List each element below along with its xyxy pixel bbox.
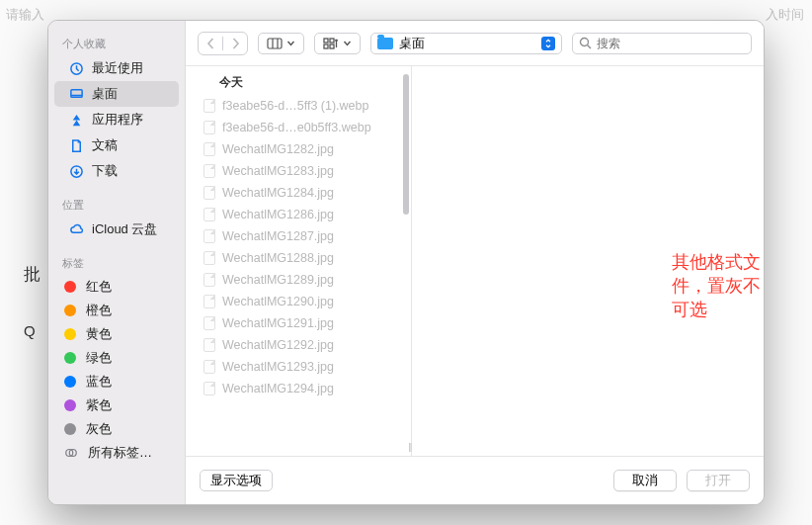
sidebar: 个人收藏 最近使用 桌面 应用程序 文稿 下载 位置 iCloud 云盘 标签 … [48,21,185,504]
path-popup[interactable]: 桌面 [370,33,562,54]
bg-input-placeholder: 请输入 [6,6,44,24]
sidebar-item-documents[interactable]: 文稿 [54,132,179,158]
annotation-text: 其他格式文件，置灰不可选 [672,250,764,321]
file-name: WechatlMG1288.jpg [222,251,334,265]
bg-time-label: 入时间 [766,6,804,24]
file-row: WechatlMG1294.jpg [186,378,403,399]
sidebar-tag-0[interactable]: 红色 [48,275,185,299]
file-name: f3eabe56-d…5ff3 (1).webp [222,99,368,113]
file-name: WechatlMG1286.jpg [222,208,334,221]
tag-dot-icon [64,281,76,293]
file-name: WechatlMG1282.jpg [222,142,334,156]
nav-back-forward [198,32,248,55]
sidebar-tag-1[interactable]: 橙色 [48,299,185,322]
forward-button[interactable] [223,33,247,54]
file-name: WechatlMG1290.jpg [222,295,334,308]
search-icon [579,37,592,49]
sidebar-item-label: 应用程序 [92,111,143,129]
scrollbar[interactable] [403,74,409,215]
open-file-dialog: 个人收藏 最近使用 桌面 应用程序 文稿 下载 位置 iCloud 云盘 标签 … [47,20,765,505]
tag-dot-icon [64,399,76,411]
svg-rect-7 [330,39,334,43]
sidebar-item-label: iCloud 云盘 [92,220,157,238]
file-icon [203,142,215,156]
apps-icon [68,112,84,128]
tag-label: 橙色 [86,302,112,319]
open-button[interactable]: 打开 [687,470,750,491]
tags-icon [64,446,78,460]
file-name: WechatlMG1283.jpg [222,164,334,178]
sidebar-item-desktop[interactable]: 桌面 [54,81,179,107]
sidebar-item-recents[interactable]: 最近使用 [54,55,179,81]
chevron-updown-icon [541,37,555,50]
sidebar-tag-5[interactable]: 紫色 [48,394,185,417]
file-name: WechatlMG1284.jpg [222,186,334,200]
sidebar-item-label: 文稿 [92,136,118,154]
sidebar-tag-4[interactable]: 蓝色 [48,370,185,394]
tag-label: 黄色 [86,325,112,343]
clock-icon [68,60,84,76]
download-icon [68,163,84,179]
file-icon [203,186,215,200]
file-row: f3eabe56-d…5ff3 (1).webp [186,95,403,117]
path-label: 桌面 [399,35,535,52]
favorites-label: 个人收藏 [48,31,185,55]
svg-rect-6 [324,39,328,43]
file-icon [203,382,215,395]
file-icon [203,273,215,287]
tag-dot-icon [64,423,76,435]
sidebar-item-label: 桌面 [92,85,118,103]
search-field[interactable] [572,33,752,54]
desktop-icon [68,86,84,102]
file-row: WechatlMG1284.jpg [186,182,403,204]
sidebar-tag-2[interactable]: 黄色 [48,322,185,346]
cancel-button[interactable]: 取消 [613,470,677,491]
file-row: f3eabe56-d…e0b5ff3.webp [186,117,403,138]
file-icon [203,229,215,243]
options-button[interactable]: 显示选项 [200,470,273,491]
sidebar-item-label: 最近使用 [92,59,143,77]
bg-q-char: Q [24,322,36,339]
svg-rect-8 [324,44,328,48]
sidebar-tag-3[interactable]: 绿色 [48,346,185,370]
file-name: WechatlMG1289.jpg [222,273,334,287]
file-icon [203,99,215,113]
search-input[interactable] [597,37,745,50]
cloud-icon [68,221,84,237]
svg-rect-5 [268,39,282,48]
sidebar-item-applications[interactable]: 应用程序 [54,107,179,132]
dialog-footer: 显示选项 取消 打开 [186,457,764,504]
file-column: 今天 f3eabe56-d…5ff3 (1).webpf3eabe56-d…e0… [186,66,411,456]
view-mode-button[interactable] [258,33,304,54]
sidebar-item-icloud[interactable]: iCloud 云盘 [54,217,179,242]
folder-icon [377,38,393,49]
sidebar-item-downloads[interactable]: 下载 [54,158,179,184]
file-icon [203,121,215,134]
file-name: WechatlMG1294.jpg [222,382,334,395]
group-by-button[interactable] [314,33,361,54]
tag-dot-icon [64,376,76,388]
sidebar-tag-6[interactable]: 灰色 [48,417,185,441]
file-icon [203,251,215,265]
file-row: WechatlMG1287.jpg [186,225,403,247]
tag-label: 灰色 [86,420,112,438]
file-name: WechatlMG1293.jpg [222,360,334,374]
svg-point-10 [581,39,589,46]
file-row: WechatlMG1282.jpg [186,138,403,160]
group-header: 今天 [186,66,403,95]
bg-left-char: 批 [24,263,41,286]
sidebar-item-label: 所有标签… [88,444,152,462]
file-row: WechatlMG1289.jpg [186,269,403,291]
sidebar-item-all-tags[interactable]: 所有标签… [48,441,185,465]
file-name: WechatlMG1292.jpg [222,338,334,352]
tags-label: 标签 [48,250,185,275]
file-icon [203,338,215,352]
file-icon [203,208,215,221]
file-name: WechatlMG1287.jpg [222,229,334,243]
file-row: WechatlMG1286.jpg [186,204,403,225]
back-button[interactable] [199,33,222,54]
preview-column: 其他格式文件，置灰不可选 [411,66,764,456]
locations-label: 位置 [48,192,185,217]
tag-dot-icon [64,328,76,340]
file-browser-body: 今天 f3eabe56-d…5ff3 (1).webpf3eabe56-d…e0… [186,66,764,457]
